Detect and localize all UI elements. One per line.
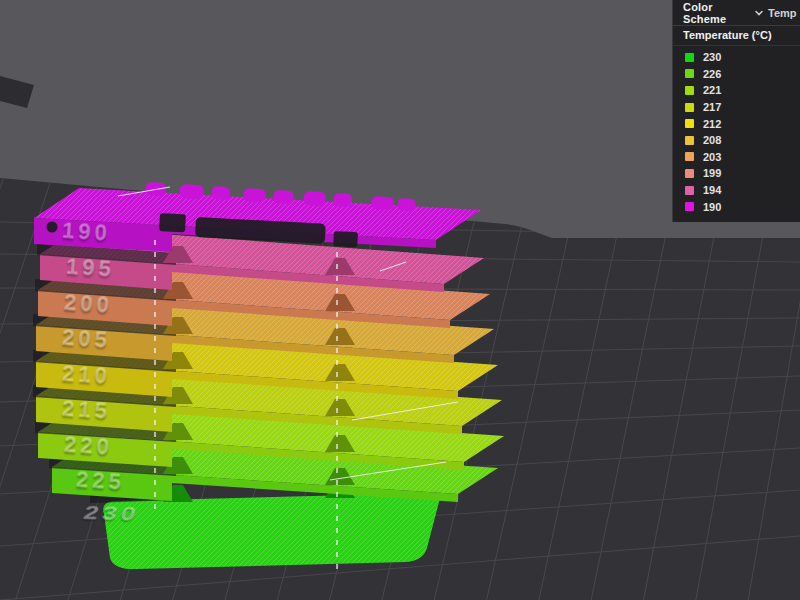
legend-value: 226 [703, 68, 721, 80]
legend-swatch [685, 202, 694, 211]
legend-swatch [685, 53, 694, 62]
legend-value: 199 [703, 167, 721, 179]
legend-value: 208 [703, 134, 721, 146]
legend-item: 190 [673, 198, 800, 215]
legend-swatch [685, 69, 694, 78]
legend-swatch [685, 186, 694, 195]
legend-item: 226 [673, 66, 800, 83]
legend-item: 217 [673, 99, 800, 116]
legend-swatch [685, 169, 694, 178]
legend-item: 221 [673, 82, 800, 99]
legend-item: 203 [673, 149, 800, 166]
color-scheme-panel: Color Scheme Temp Temperature (°C) 230 2… [672, 0, 800, 222]
temperature-legend: 230 226 221 217 212 208 203 199 [673, 46, 800, 215]
legend-item: 199 [673, 165, 800, 182]
color-scheme-header: Color Scheme Temp [673, 0, 800, 26]
hole-round [47, 222, 58, 233]
panel-title: Color Scheme [683, 1, 754, 25]
legend-swatch [685, 136, 694, 145]
hole-square [159, 213, 186, 232]
legend-value: 203 [703, 151, 721, 163]
legend-value: 221 [703, 84, 721, 96]
legend-value: 194 [703, 184, 721, 196]
chevron-down-icon [754, 9, 764, 17]
tower-floor-base[interactable] [103, 493, 439, 569]
legend-subtitle: Temperature (°C) [673, 26, 800, 46]
legend-item: 212 [673, 115, 800, 132]
legend-swatch [685, 119, 694, 128]
legend-value: 190 [703, 201, 721, 213]
legend-value: 217 [703, 101, 721, 113]
slicer-preview-window: 190 195 200 205 210 215 220 225 230 Colo… [0, 0, 800, 600]
legend-swatch [685, 152, 694, 161]
legend-item: 230 [673, 49, 800, 66]
legend-value: 212 [703, 118, 721, 130]
dropdown-value: Temp [768, 7, 797, 19]
legend-value: 230 [703, 51, 721, 63]
legend-swatch [685, 86, 694, 95]
color-scheme-dropdown[interactable]: Temp [754, 7, 800, 19]
legend-item: 208 [673, 132, 800, 149]
legend-item: 194 [673, 182, 800, 199]
hole-square [333, 231, 358, 247]
legend-swatch [685, 103, 694, 112]
